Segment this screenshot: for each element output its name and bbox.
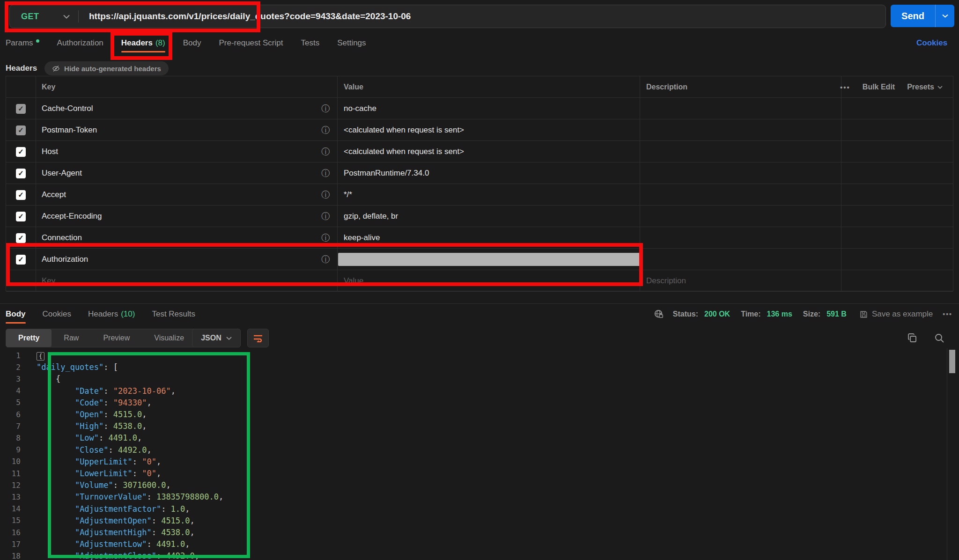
search-response-button[interactable] [932,331,947,346]
status-value[interactable]: 200 OK [704,310,730,318]
header-row-postman-token: ✓Postman-Tokenⓘ<calculated when request … [6,119,953,141]
code-line-2: 2"daily_quotes": [ [0,361,946,373]
row-checkbox[interactable]: ✓ [16,255,26,265]
info-icon[interactable]: ⓘ [321,227,330,249]
header-value-cell[interactable]: PostmanRuntime/7.34.0 [344,162,429,184]
code-text: "High": 4538.0, [37,421,147,431]
header-row-accept: ✓Acceptⓘ*/* [6,184,953,206]
code-text: "Code": "94330", [37,398,152,407]
tab-params[interactable]: Params [6,33,39,53]
info-icon[interactable]: ⓘ [321,98,330,119]
method-label: GET [21,12,39,22]
row-checkbox[interactable]: ✓ [16,212,26,221]
hide-autogenerated-toggle[interactable]: Hide auto-generated headers [44,61,169,75]
header-key-cell[interactable]: User-Agent [42,162,82,184]
view-tab-pretty[interactable]: Pretty [6,329,52,347]
header-value-cell[interactable]: <calculated when request is sent> [344,119,464,141]
info-icon[interactable]: ⓘ [321,249,330,270]
header-row-authorization: ✓Authorizationⓘ [6,249,953,270]
tab-count: (10) [121,309,135,319]
table-header-row: Key Value Description ••• Bulk Edit Pres… [6,76,953,98]
line-number: 9 [0,445,21,454]
header-row-cache-control: ✓Cache-Controlⓘno-cache [6,98,953,119]
view-tab-raw[interactable]: Raw [52,329,91,347]
info-icon[interactable]: ⓘ [321,206,330,227]
row-checkbox[interactable]: ✓ [16,233,26,243]
header-key-cell[interactable]: Host [42,141,58,162]
response-tab-headers[interactable]: Headers(10) [88,304,135,324]
more-actions-icon[interactable]: ••• [840,83,850,91]
header-key-cell[interactable]: Cache-Control [42,98,93,119]
send-options-chevron-icon[interactable] [936,14,954,18]
info-icon[interactable]: ⓘ [321,184,330,206]
view-tab-visualize[interactable]: Visualize [142,329,196,347]
code-line-13: 13 "TurnoverValue": 13835798800.0, [0,491,946,503]
code-text: { [37,351,44,361]
info-icon[interactable]: ⓘ [321,141,330,162]
send-button[interactable]: Send [891,5,954,27]
tab-tests[interactable]: Tests [301,33,319,53]
method-selector[interactable]: GET [10,12,78,22]
info-icon[interactable]: ⓘ [321,162,330,184]
header-value-cell[interactable]: no-cache [344,98,376,119]
response-tab-cookies[interactable]: Cookies [43,304,71,324]
code-line-6: 6 "Open": 4515.0, [0,408,946,420]
placeholder-key[interactable]: Key [42,270,55,292]
response-tab-test-results[interactable]: Test Results [152,304,195,324]
code-text: "Volume": 3071600.0, [37,480,171,490]
params-active-dot [36,39,39,43]
wrap-lines-button[interactable] [247,329,269,347]
row-checkbox[interactable]: ✓ [16,190,26,200]
header-key-cell[interactable]: Accept-Encoding [42,206,102,227]
presets-dropdown[interactable]: Presets [907,83,943,91]
scrollbar-track [947,348,947,560]
response-more-icon[interactable]: ••• [943,310,952,318]
row-checkbox[interactable]: ✓ [16,125,26,135]
code-text: "Close": 4492.0, [37,445,152,455]
response-tab-body[interactable]: Body [6,304,26,324]
tab-headers[interactable]: Headers(8) [121,33,165,53]
tab-pre-request-script[interactable]: Pre-request Script [219,33,283,53]
header-key-cell[interactable]: Accept [42,184,66,206]
code-text: "TurnoverValue": 13835798800.0, [37,492,223,501]
info-icon[interactable]: ⓘ [321,119,330,141]
header-key-cell[interactable]: Postman-Token [42,119,97,141]
line-number: 2 [0,363,21,372]
floppy-disk-icon [859,310,868,319]
header-value-cell[interactable]: <calculated when request is sent> [344,141,464,162]
format-dropdown[interactable]: JSON [192,329,241,347]
tab-authorization[interactable]: Authorization [57,33,103,53]
header-key-cell[interactable]: Connection [42,227,82,249]
send-label: Send [891,11,935,22]
header-value-cell[interactable]: gzip, deflate, br [344,206,398,227]
placeholder-value[interactable]: Value [344,270,363,292]
code-line-10: 10 "UpperLimit": "0", [0,456,946,468]
url-input[interactable]: https://api.jquants.com/v1/prices/daily_… [89,11,411,22]
row-checkbox[interactable]: ✓ [16,147,26,157]
request-tabs: ParamsAuthorizationHeaders(8)BodyPre-req… [6,33,366,53]
view-tab-preview[interactable]: Preview [91,329,142,347]
wrap-lines-icon [253,334,263,342]
scrollbar-thumb[interactable] [949,350,955,373]
header-value-cell[interactable]: keep-alive [344,227,380,249]
line-number: 8 [0,434,21,442]
time-value[interactable]: 136 ms [767,310,792,318]
placeholder-description[interactable]: Description [646,270,686,292]
code-line-9: 9 "Close": 4492.0, [0,444,946,456]
fold-marker[interactable]: { [37,352,44,361]
save-as-example-label: Save as example [872,309,933,319]
tab-settings[interactable]: Settings [337,33,366,53]
row-checkbox[interactable]: ✓ [16,104,26,114]
new-header-placeholder-row[interactable]: Key Value Description [6,270,953,292]
save-as-example-button[interactable]: Save as example [859,309,933,319]
row-checkbox[interactable]: ✓ [16,169,26,178]
header-value-cell[interactable]: */* [344,184,352,206]
cookies-link[interactable]: Cookies [916,33,947,53]
code-line-1: 1{ [0,349,946,361]
bulk-edit-button[interactable]: Bulk Edit [863,83,895,91]
copy-response-button[interactable] [905,331,920,346]
header-key-cell[interactable]: Authorization [42,249,88,270]
tab-body[interactable]: Body [183,33,201,53]
network-globe-lock-icon[interactable] [654,309,664,319]
size-value[interactable]: 591 B [826,310,847,318]
